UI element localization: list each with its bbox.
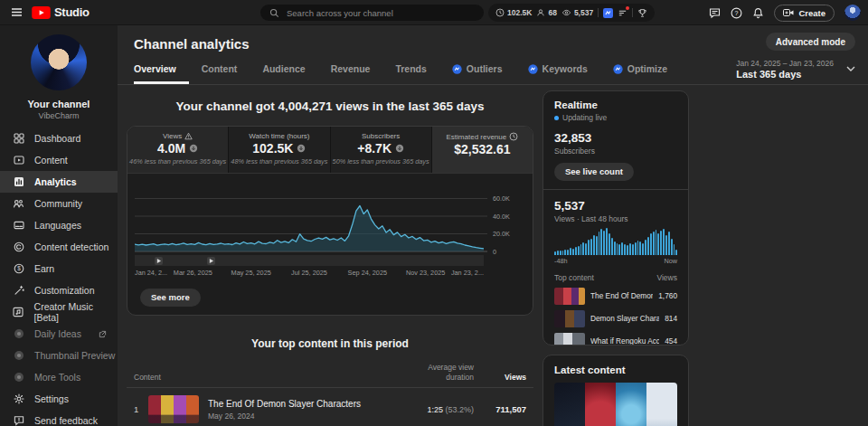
sidebar-item-settings[interactable]: Settings: [0, 388, 118, 410]
column-avg-view-duration: Average view duration: [401, 363, 474, 382]
channel-stats-chip: 102.5K685,537: [488, 4, 655, 22]
sidebar-item-customization[interactable]: Customization: [0, 279, 118, 301]
account-avatar[interactable]: [844, 5, 861, 21]
realtime-bar: [593, 235, 595, 255]
trophy-icon[interactable]: [637, 8, 647, 18]
video-title[interactable]: The End Of Demon Slayer Characters: [208, 399, 401, 409]
tab-badge-icon: [613, 64, 623, 74]
down-circle-icon: [395, 144, 404, 153]
realtime-content-item[interactable]: The End Of Demon Slayer... 1,760: [554, 288, 677, 305]
tab-overview[interactable]: Overview: [134, 63, 189, 84]
video-thumbnail: [554, 310, 585, 327]
video-thumbnail: [554, 333, 585, 346]
hamburger-menu-icon[interactable]: [11, 6, 23, 18]
create-button[interactable]: Create: [774, 5, 835, 22]
realtime-bar: [582, 242, 584, 255]
external-link-icon: [99, 330, 107, 338]
realtime-bar: [632, 244, 634, 254]
sidebar-item-languages[interactable]: Languages: [0, 214, 118, 236]
axis-start-label: -48h: [554, 257, 568, 265]
row-rank: 1: [134, 404, 148, 414]
youtube-studio-logo[interactable]: Studio: [32, 5, 90, 19]
sidebar-item-thumbnail-preview[interactable]: Thumbnail Preview: [0, 345, 118, 366]
realtime-bar: [650, 233, 652, 254]
date-range-picker[interactable]: Jan 24, 2025 – Jan 23, 2026 Last 365 day…: [736, 59, 855, 80]
content-icon: [13, 155, 24, 166]
realtime-bar: [557, 251, 559, 254]
table-row[interactable]: 1 The End Of Demon Slayer Characters May…: [127, 388, 533, 423]
video-publish-marker-icon[interactable]: [155, 257, 163, 265]
notifications-bell-icon[interactable]: [752, 7, 764, 19]
sidebar-item-creator-music-beta[interactable]: Creator Music [Beta]: [0, 301, 118, 323]
x-tick-label: Jan 24, 2...: [135, 269, 167, 277]
sidebar-item-dashboard[interactable]: Dashboard: [0, 128, 118, 149]
tab-outliers[interactable]: Outliers: [439, 63, 515, 84]
column-views[interactable]: Views: [474, 373, 526, 382]
x-tick-label: Jan 23, 2...: [451, 269, 484, 277]
help-icon[interactable]: ?: [731, 7, 742, 19]
sidebar-item-more-tools[interactable]: More Tools: [0, 366, 118, 388]
tab-trends[interactable]: Trends: [382, 63, 439, 84]
top-content-label: Top content: [554, 273, 594, 282]
see-more-button[interactable]: See more: [140, 289, 201, 307]
video-thumbnail[interactable]: [148, 395, 199, 423]
tab-revenue[interactable]: Revenue: [318, 63, 383, 84]
youtube-logo-icon: [32, 6, 51, 19]
analytics-header: Channel analytics OverviewContentAudienc…: [118, 25, 868, 85]
community-icon: [13, 198, 24, 209]
chart-x-axis: Jan 24, 2...Mar 26, 2025May 25, 2025Jul …: [135, 269, 484, 279]
latest-video-thumbnail[interactable]: [554, 383, 677, 426]
extension-badge-icon[interactable]: [603, 8, 613, 18]
notification-dot: [626, 6, 629, 10]
overview-chart-card: Views 4.0M46% less than previous 365 day…: [127, 126, 533, 316]
realtime-bar: [675, 250, 677, 254]
realtime-bar: [570, 248, 571, 254]
metric-subscribers[interactable]: Subscribers +8.7K50% less than previous …: [331, 127, 432, 173]
realtime-title: Realtime: [554, 99, 677, 110]
realtime-bar-chart[interactable]: [554, 228, 677, 255]
subscribers-icon: [536, 8, 545, 17]
column-content: Content: [134, 373, 401, 382]
axis-end-label: Now: [664, 257, 677, 265]
clock-icon: [509, 132, 518, 141]
tab-optimize[interactable]: Optimize: [600, 63, 680, 84]
extension-circle-icon: [13, 328, 24, 339]
views-chart[interactable]: 60.0K40.0K20.0K0 Jan 24, 2...Mar 26, 202…: [135, 177, 527, 280]
metric-views[interactable]: Views 4.0M46% less than previous 365 day…: [127, 127, 229, 173]
see-live-count-button[interactable]: See live count: [554, 163, 634, 181]
views-column-label: Views: [656, 273, 677, 282]
realtime-bar: [674, 244, 675, 254]
tab-keywords[interactable]: Keywords: [515, 63, 600, 84]
sidebar-item-daily-ideas[interactable]: Daily Ideas: [0, 323, 118, 345]
advanced-mode-button[interactable]: Advanced mode: [766, 33, 855, 51]
realtime-bar: [668, 232, 670, 255]
stats-sort-icon[interactable]: [618, 8, 627, 18]
realtime-bar: [575, 247, 577, 254]
realtime-content-item[interactable]: Demon Slayer Character an... 814: [554, 310, 677, 327]
realtime-bar: [609, 233, 610, 254]
sidebar-item-content-detection[interactable]: Content detection: [0, 236, 118, 258]
search-input[interactable]: Search across your channel: [260, 5, 484, 21]
metric-estimated-revenue[interactable]: Estimated revenue $2,532.61: [432, 127, 533, 173]
x-tick-label: May 25, 2025: [231, 269, 271, 277]
video-publish-marker-icon[interactable]: [207, 257, 215, 265]
tab-audience[interactable]: Audience: [250, 63, 317, 84]
realtime-bar: [637, 241, 639, 255]
sidebar-item-send-feedback[interactable]: Send feedback: [0, 410, 118, 426]
realtime-content-item[interactable]: What if Rengoku Accept Ak... 454: [554, 333, 677, 346]
sidebar-item-earn[interactable]: $ Earn: [0, 258, 118, 279]
divider: [598, 8, 599, 17]
sidebar-item-analytics[interactable]: Analytics: [0, 171, 118, 193]
metric-watch-time-hours[interactable]: Watch time (hours) 102.5K48% less than p…: [229, 127, 330, 173]
sidebar-item-community[interactable]: Community: [0, 193, 118, 214]
thumbnail-panel: [616, 383, 646, 426]
feedback-bubble-icon[interactable]: [709, 7, 721, 19]
brand-text: Studio: [54, 5, 90, 19]
realtime-bar: [572, 249, 574, 255]
video-views: 454: [665, 336, 677, 346]
sidebar-item-content[interactable]: Content: [0, 149, 118, 171]
realtime-bar: [645, 240, 646, 255]
channel-avatar[interactable]: [31, 34, 87, 90]
x-tick-label: Jul 25, 2025: [291, 269, 327, 277]
tab-content[interactable]: Content: [189, 63, 250, 84]
